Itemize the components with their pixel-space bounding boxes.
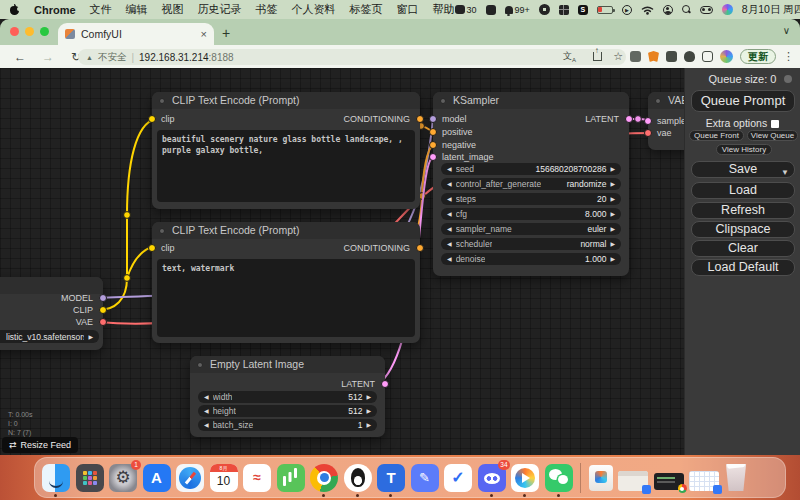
prompt-textarea-negative[interactable]: text, watermark: [157, 259, 415, 337]
spotlight-search-icon[interactable]: [682, 5, 691, 14]
save-dropdown-arrow-icon[interactable]: ▼: [781, 165, 789, 180]
dock-discord-icon[interactable]: 34: [478, 464, 506, 492]
user-account-icon[interactable]: [663, 5, 673, 15]
menu-item-edit[interactable]: 编辑: [126, 2, 148, 17]
decrement-icon[interactable]: ◀: [447, 208, 452, 220]
bookmark-star-icon[interactable]: ☆: [613, 50, 623, 63]
input-port-clip[interactable]: [148, 244, 156, 252]
increment-icon[interactable]: ▶: [610, 178, 615, 190]
dock-docs-app-icon[interactable]: ✎: [411, 464, 439, 492]
output-port-conditioning[interactable]: [416, 244, 424, 252]
tab-comfyui[interactable]: ComfyUI ×: [58, 23, 214, 45]
extension-icon-1[interactable]: [630, 51, 641, 62]
dock-minimized-terminal-window[interactable]: [654, 473, 684, 490]
menu-item-view[interactable]: 视图: [162, 2, 184, 17]
dock-minimized-spreadsheet-window[interactable]: [689, 471, 719, 491]
decrement-icon[interactable]: ◀: [204, 405, 209, 417]
menu-item-chrome[interactable]: Chrome: [34, 4, 76, 16]
profile-avatar[interactable]: [720, 50, 733, 63]
increment-icon[interactable]: ▶: [366, 391, 371, 403]
now-playing-icon[interactable]: ▶: [622, 5, 632, 15]
menu-item-help[interactable]: 帮助: [433, 2, 455, 17]
output-port-latent[interactable]: [381, 380, 389, 388]
widget-denoise[interactable]: ◀ denoise 1.000 ▶: [441, 253, 621, 265]
input-port-negative[interactable]: [429, 141, 437, 149]
node-empty-latent-image[interactable]: Empty Latent Image LATENT ◀ width 512 ▶ …: [190, 356, 385, 437]
dock-launchpad-icon[interactable]: [76, 464, 104, 492]
clipspace-button[interactable]: Clipspace: [691, 221, 795, 238]
widget-cfg[interactable]: ◀ cfg 8.000 ▶: [441, 208, 621, 220]
output-port-latent[interactable]: [625, 115, 633, 123]
tab-search-chevron-icon[interactable]: ∨: [783, 25, 790, 36]
refresh-button[interactable]: Refresh: [691, 202, 795, 219]
back-button[interactable]: ←: [12, 50, 28, 64]
dock-teambition-icon[interactable]: T: [377, 464, 405, 492]
widget-ckpt-name[interactable]: listic_v10.safetensors ▶: [0, 330, 99, 343]
dock-tencent-video-icon[interactable]: [511, 464, 539, 492]
creative-cloud-icon[interactable]: [539, 4, 550, 15]
wifi-icon[interactable]: [641, 5, 654, 15]
dock-qq-icon[interactable]: [344, 464, 372, 492]
view-history-button[interactable]: View History: [716, 144, 772, 155]
battery-icon[interactable]: [597, 6, 613, 14]
output-port-clip[interactable]: [99, 306, 107, 314]
forward-button[interactable]: →: [40, 50, 56, 64]
prompt-textarea-positive[interactable]: beautiful scenery nature glass bottle la…: [157, 130, 415, 202]
node-clip-text-encode-2[interactable]: CLIP Text Encode (Prompt) clip CONDITION…: [152, 222, 420, 343]
increment-icon[interactable]: ▶: [610, 238, 615, 250]
dock-safari-icon[interactable]: [176, 464, 204, 492]
translate-icon[interactable]: 文A: [563, 50, 576, 63]
window-zoom-button[interactable]: [40, 27, 49, 36]
tab-close-icon[interactable]: ×: [201, 29, 207, 39]
increment-icon[interactable]: ▶: [366, 419, 371, 431]
widget-steps[interactable]: ◀ steps 20 ▶: [441, 193, 621, 205]
decrement-icon[interactable]: ◀: [447, 163, 452, 175]
dock-minimized-video-window[interactable]: [589, 465, 613, 491]
menu-item-profiles[interactable]: 个人资料: [292, 2, 336, 17]
comfyui-canvas[interactable]: MODEL CLIP VAE listic_v10.safetensors ▶ …: [0, 68, 800, 455]
queue-front-button[interactable]: Queue Front: [689, 130, 744, 141]
load-default-button[interactable]: Load Default: [691, 259, 795, 276]
widget-control-after-generate[interactable]: ◀ control_after_generate randomize ▶: [441, 178, 621, 190]
input-port-positive[interactable]: [429, 128, 437, 136]
dock-wechat-icon[interactable]: [545, 464, 573, 492]
node-title-bar[interactable]: CLIP Text Encode (Prompt): [152, 222, 420, 239]
node-ksampler[interactable]: KSampler model positive negative latent_…: [433, 92, 629, 276]
dock-minimized-window-light[interactable]: [618, 471, 648, 491]
node-title-bar[interactable]: Empty Latent Image: [190, 356, 385, 373]
control-center-icon[interactable]: [700, 6, 713, 14]
widget-height[interactable]: ◀ height 512 ▶: [198, 405, 377, 417]
dock-sketch-app-icon[interactable]: ≈: [243, 464, 271, 492]
menu-item-file[interactable]: 文件: [90, 2, 112, 17]
node-clip-text-encode-1[interactable]: CLIP Text Encode (Prompt) clip CONDITION…: [152, 92, 420, 209]
node-load-checkpoint[interactable]: MODEL CLIP VAE listic_v10.safetensors ▶: [0, 277, 103, 350]
dock-stocks-app-icon[interactable]: [277, 464, 305, 492]
input-port-clip[interactable]: [148, 115, 156, 123]
output-port-model[interactable]: [99, 294, 107, 302]
new-tab-button[interactable]: +: [222, 26, 230, 40]
decrement-icon[interactable]: ◀: [447, 253, 452, 265]
decrement-icon[interactable]: ◀: [204, 419, 209, 431]
apple-icon[interactable]: [10, 4, 20, 15]
s-utility-icon[interactable]: S: [578, 5, 588, 15]
dock-tasks-app-icon[interactable]: ✓: [444, 464, 472, 492]
window-minimize-button[interactable]: [25, 27, 34, 36]
chrome-update-button[interactable]: 更新: [740, 49, 776, 64]
output-port-vae[interactable]: [99, 318, 107, 326]
menu-item-history[interactable]: 历史记录: [198, 2, 242, 17]
increment-icon[interactable]: ▶: [610, 223, 615, 235]
output-port-conditioning[interactable]: [416, 115, 424, 123]
decrement-icon[interactable]: ◀: [447, 223, 452, 235]
increment-icon[interactable]: ▶: [610, 163, 615, 175]
siri-icon[interactable]: [722, 4, 733, 15]
notification-bell-icon[interactable]: 99+: [505, 5, 530, 15]
menu-item-tabs[interactable]: 标签页: [350, 2, 383, 17]
dock-calendar-icon[interactable]: 8月10: [210, 464, 238, 492]
view-queue-button[interactable]: View Queue: [747, 130, 798, 141]
widget-sampler-name[interactable]: ◀ sampler_name euler ▶: [441, 223, 621, 235]
clear-button[interactable]: Clear: [691, 240, 795, 257]
decrement-icon[interactable]: ◀: [447, 178, 452, 190]
wechat-status-icon[interactable]: 30: [455, 5, 477, 15]
menu-item-window[interactable]: 窗口: [397, 2, 419, 17]
decrement-icon[interactable]: ◀: [447, 193, 452, 205]
